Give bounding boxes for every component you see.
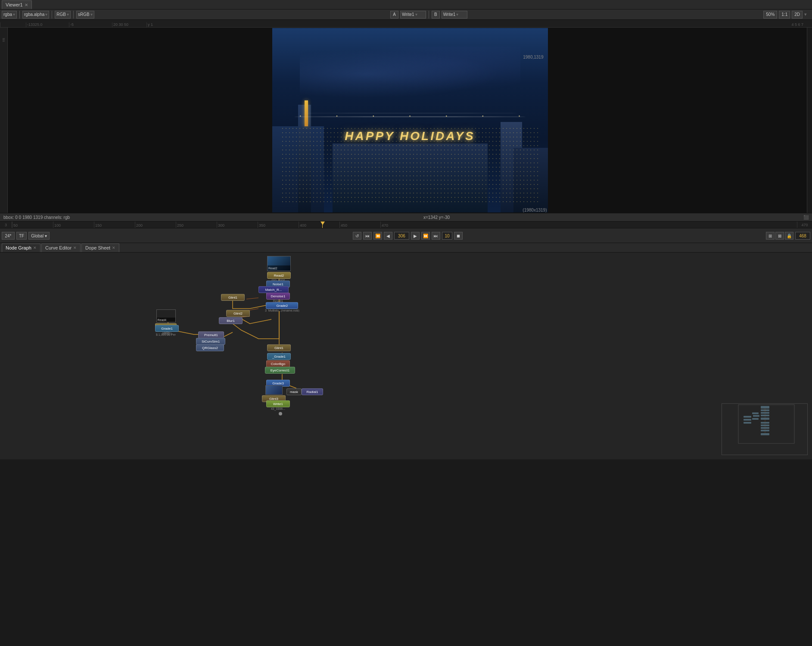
node-graph-area[interactable]: Read2 Read2 -000_0306... Noise1 Match_R.…: [0, 253, 812, 459]
channel-rgba[interactable]: rgba: [3, 12, 12, 17]
node-Read2[interactable]: Read2 Read2 -000_0306...: [267, 256, 291, 282]
colorspace-a-selector[interactable]: RGB ▾: [55, 11, 71, 19]
frame-display[interactable]: 306: [394, 232, 409, 240]
node-Match-R-box: Match_R...: [258, 286, 289, 293]
node-QRGlass2[interactable]: QRGlass2: [196, 344, 224, 351]
step-back-btn[interactable]: ⏪: [373, 232, 382, 240]
node-Glint1-lower[interactable]: Glint1: [267, 344, 291, 351]
view-mode-label: 2D: [794, 12, 800, 17]
viewer-ruler-h: -13325.0 -5 20 30 50 y 1 4 5 6 7: [0, 20, 812, 28]
node-Glint1-top[interactable]: Glint1: [221, 294, 245, 301]
input-a-node: Write1: [402, 12, 414, 17]
node-Radial1[interactable]: Radial1: [302, 388, 323, 395]
channel-layer-selector[interactable]: rgba.alpha ▾: [22, 11, 49, 19]
tab-node-graph-close[interactable]: ✕: [33, 246, 37, 250]
node-Grade1-left[interactable]: Grade1 (dfdg1): [155, 325, 179, 335]
svg-rect-16: [761, 433, 769, 435]
node-Glint3[interactable]: Glint3: [262, 385, 286, 402]
node-Write1-sub: 43_0306...: [271, 407, 285, 410]
svg-rect-5: [761, 418, 769, 420]
node-Write1[interactable]: Write1 43_0306...: [266, 400, 290, 410]
mini-map[interactable]: [722, 403, 808, 455]
frame-end-display[interactable]: 468: [795, 232, 810, 240]
svg-rect-9: [744, 416, 751, 418]
node-Premult1[interactable]: Premult1: [198, 331, 224, 338]
input-b-node-selector[interactable]: Write1 ▾: [442, 11, 467, 19]
viewer-toolbar: rgba ▾ rgba.alpha ▾ RGB ▾ sRGB ▾ A Write…: [0, 9, 812, 20]
play-fwd-btn[interactable]: ▶: [411, 232, 420, 240]
node-QRGlass2-box: QRGlass2: [196, 344, 224, 351]
viewer-tab-close[interactable]: ✕: [25, 3, 28, 7]
node-Grade2[interactable]: Grade2 3_Multisto...(rename.nob): [265, 302, 299, 312]
viewer-canvas[interactable]: HAPPY HOLIDAYS ● ● ● ● ● ● ● 1980,1319 (…: [8, 28, 812, 213]
toolbar-sep-1: [19, 11, 20, 19]
node-Blur1[interactable]: Blur1: [219, 317, 243, 324]
tl-icon2[interactable]: ⊠: [775, 232, 784, 240]
play-rev-btn[interactable]: ◀: [384, 232, 392, 240]
node-EyeCorrect1-box: EyeCorrect1: [265, 367, 295, 374]
node-Glint2[interactable]: Glint2: [226, 310, 250, 317]
node-ColorBgo-box: ColorBgo: [266, 360, 290, 367]
node-Denoise1-box: Denoise1: [266, 293, 290, 300]
play-back-btn[interactable]: ⏮: [363, 232, 372, 240]
tab-dope-sheet-label: Dope Sheet: [85, 245, 110, 250]
mini-map-content: [722, 404, 807, 455]
ruler-mark-4: y 1: [146, 22, 172, 27]
aspect-display[interactable]: 1:1: [779, 11, 790, 19]
timeline-ruler-left: 3: [0, 222, 12, 228]
node-Grade1-left-sub: (dfdg1): [162, 332, 171, 335]
node-Glint1-top-box: Glint1: [221, 294, 245, 301]
expand-icon[interactable]: ⬛: [803, 215, 809, 220]
holiday-text: HAPPY HOLIDAYS: [345, 129, 475, 143]
stop-btn[interactable]: ⏹: [454, 232, 463, 240]
loop-count[interactable]: 10: [442, 232, 452, 240]
svg-rect-14: [761, 427, 769, 429]
node-Write1-box: Write1: [266, 400, 290, 407]
panel-tab-bar: Node Graph ✕ Curve Editor ✕ Dope Sheet ✕: [0, 243, 812, 253]
channel-layer-label: rgba.alpha: [24, 12, 44, 17]
play-end-btn[interactable]: ⏭: [432, 232, 440, 240]
step-fwd-btn[interactable]: ⏩: [421, 232, 430, 240]
timeline-controls: 24* TF Global ▾ ↺ ⏮ ⏪ ◀ 306 ▶ ⏩ ⏭ 10 ⏹ ⊞…: [0, 228, 812, 243]
input-b-button[interactable]: B: [432, 11, 440, 19]
tab-dope-sheet[interactable]: Dope Sheet ✕: [81, 243, 119, 252]
svg-rect-3: [761, 412, 769, 414]
tick-400: 400: [299, 222, 339, 228]
playhead[interactable]: [322, 222, 323, 228]
node-SiCurvSim1[interactable]: SiCurvSim1: [196, 338, 225, 345]
tab-node-graph[interactable]: Node Graph ✕: [2, 243, 40, 252]
node-Grade1-b[interactable]: _Grade1: [267, 353, 291, 360]
node-Premult1-box: Premult1: [198, 331, 224, 338]
node-Denoise1[interactable]: Denoise1 Result1: [266, 293, 290, 303]
channel-selector[interactable]: rgba ▾: [2, 11, 17, 19]
node-Match-R[interactable]: Match_R...: [258, 286, 289, 293]
viewer-tab[interactable]: Viewer1 ✕: [2, 0, 32, 9]
svg-rect-8: [752, 418, 759, 420]
tick-100: 100: [53, 222, 94, 228]
viewer-scrollbar-v[interactable]: [807, 28, 812, 213]
svg-rect-12: [761, 422, 769, 424]
node-EyeCorrect1[interactable]: EyeCorrect1: [265, 367, 295, 374]
global-btn[interactable]: Global ▾: [28, 232, 50, 240]
viewer-with-ruler: f/8: [0, 28, 812, 213]
input-a-node-selector[interactable]: Write1 ▾: [400, 11, 426, 19]
tick-50: 50: [12, 222, 53, 228]
tl-icon3[interactable]: 🔒: [785, 232, 793, 240]
tl-icon1[interactable]: ⊞: [766, 232, 775, 240]
loop-btn[interactable]: ↺: [353, 232, 361, 240]
node-Glint1-lower-box: Glint1: [267, 344, 291, 351]
ruler-nums-right: 4 5 6 7: [791, 22, 803, 27]
tab-dope-sheet-close[interactable]: ✕: [112, 246, 115, 250]
node-ColorBgo[interactable]: ColorBgo: [266, 360, 290, 367]
view-mode[interactable]: 2D: [792, 11, 803, 19]
transform-btn[interactable]: TF: [16, 232, 27, 240]
tab-curve-editor-close[interactable]: ✕: [73, 246, 77, 250]
colorspace-b-selector[interactable]: sRGB ▾: [76, 11, 94, 19]
node-mask[interactable]: mask: [286, 388, 302, 395]
node-SiCurvSim1-box: SiCurvSim1: [196, 338, 225, 345]
input-a-button[interactable]: A: [390, 11, 398, 19]
fps-display[interactable]: 24*: [2, 232, 15, 240]
zoom-level-display[interactable]: 50%: [763, 11, 777, 19]
tab-curve-editor[interactable]: Curve Editor ✕: [41, 243, 81, 252]
tick-250: 250: [176, 222, 217, 228]
